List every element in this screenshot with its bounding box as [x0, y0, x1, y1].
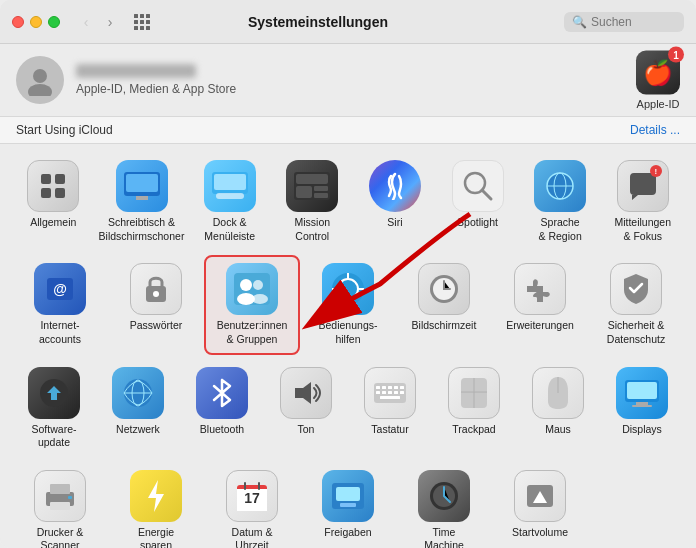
grid-item-allgemein[interactable]: Allgemein	[12, 152, 95, 251]
grid-item-ton[interactable]: Ton	[264, 359, 348, 458]
svg-text:17: 17	[244, 490, 260, 506]
grid-item-maus[interactable]: Maus	[516, 359, 600, 458]
grid-item-bildschirmzeit[interactable]: Bildschirmzeit	[396, 255, 492, 354]
sprache-label: Sprache& Region	[539, 216, 582, 243]
grid-item-datum[interactable]: 17 Datum &Uhrzeit	[204, 462, 300, 548]
grid-item-time[interactable]: TimeMachine	[396, 462, 492, 548]
grid-item-energie[interactable]: Energiesparen	[108, 462, 204, 548]
allgemein-icon	[27, 160, 79, 212]
svg-rect-76	[336, 487, 360, 501]
profile-subtitle: Apple-ID, Medien & App Store	[76, 82, 236, 96]
time-label: TimeMachine	[424, 526, 464, 548]
svg-rect-8	[136, 196, 148, 200]
internet-icon: @	[34, 263, 86, 315]
svg-rect-54	[394, 391, 398, 394]
mitteilungen-icon: !	[617, 160, 669, 212]
grid-item-erweiterungen[interactable]: Erweiterungen	[492, 255, 588, 354]
apple-id-label: Apple-ID	[637, 98, 680, 110]
grid-item-software[interactable]: Software-update	[12, 359, 96, 458]
svg-point-28	[240, 279, 252, 291]
profile-bar[interactable]: Apple-ID, Medien & App Store 🍎 1 Apple-I…	[0, 44, 696, 116]
freigaben-icon	[322, 470, 374, 522]
grid-item-passwoerter[interactable]: Passwörter	[108, 255, 204, 354]
trackpad-label: Trackpad	[452, 423, 495, 437]
netzwerk-label: Netzwerk	[116, 423, 160, 437]
apple-logo: 🍎	[643, 59, 673, 87]
grid-item-siri[interactable]: Siri	[354, 152, 437, 251]
svg-rect-13	[296, 186, 312, 198]
sicherheit-label: Sicherheit &Datenschutz	[607, 319, 665, 346]
svg-rect-10	[214, 174, 246, 190]
benutzer-icon	[226, 263, 278, 315]
grid-item-internet[interactable]: @ Internet-accounts	[12, 255, 108, 354]
datum-icon: 17	[226, 470, 278, 522]
allgemein-label: Allgemein	[30, 216, 76, 230]
fullscreen-button[interactable]	[48, 16, 60, 28]
svg-rect-48	[388, 386, 392, 389]
svg-rect-52	[382, 391, 386, 394]
window-title: Systemeinstellungen	[80, 14, 556, 30]
main-content: Allgemein Schreibtisch &Bildschirmschone…	[0, 144, 696, 548]
svg-rect-56	[380, 396, 400, 399]
apple-id-section[interactable]: 🍎 1 Apple-ID	[636, 51, 680, 110]
grid-item-netzwerk[interactable]: Netzwerk	[96, 359, 180, 458]
svg-rect-46	[376, 386, 380, 389]
grid-item-trackpad[interactable]: Trackpad	[432, 359, 516, 458]
svg-rect-16	[296, 174, 328, 184]
grid-item-sicherheit[interactable]: Sicherheit &Datenschutz	[588, 255, 684, 354]
svg-rect-5	[55, 188, 65, 198]
schreibtisch-icon	[116, 160, 168, 212]
minimize-button[interactable]	[30, 16, 42, 28]
avatar	[16, 56, 64, 104]
bildschirmzeit-label: Bildschirmzeit	[412, 319, 477, 333]
grid-item-tastatur[interactable]: Tastatur	[348, 359, 432, 458]
apple-id-badge-wrap: 🍎 1	[636, 51, 680, 95]
ton-label: Ton	[298, 423, 315, 437]
grid-item-sprache[interactable]: Sprache& Region	[519, 152, 602, 251]
grid-item-mitteilungen[interactable]: ! Mitteilungen& Fokus	[601, 152, 684, 251]
grid-item-displays[interactable]: Displays	[600, 359, 684, 458]
svg-rect-67	[50, 502, 70, 510]
grid-item-drucker[interactable]: Drucker &Scanner	[12, 462, 108, 548]
icloud-details-button[interactable]: Details ...	[630, 123, 680, 137]
spotlight-icon	[452, 160, 504, 212]
grid-item-freigaben[interactable]: Freigaben	[300, 462, 396, 548]
svg-rect-4	[41, 188, 51, 198]
traffic-lights	[12, 16, 60, 28]
svg-point-26	[153, 291, 159, 297]
close-button[interactable]	[12, 16, 24, 28]
grid-row-3: Software-update Netzwerk Bluetooth Ton T…	[12, 359, 684, 458]
drucker-icon	[34, 470, 86, 522]
siri-icon	[369, 160, 421, 212]
netzwerk-icon	[112, 367, 164, 419]
siri-label: Siri	[387, 216, 402, 230]
passwoerter-label: Passwörter	[130, 319, 183, 333]
grid-item-bedienungs[interactable]: Bedienungs-hilfen	[300, 255, 396, 354]
grid-item-startvolume[interactable]: Startvolume	[492, 462, 588, 548]
passwoerter-icon	[130, 263, 182, 315]
energie-icon	[130, 470, 182, 522]
svg-rect-3	[55, 174, 65, 184]
icloud-bar: Start Using iCloud Details ...	[0, 116, 696, 144]
time-icon	[418, 470, 470, 522]
svg-marker-44	[295, 382, 311, 404]
datum-label: Datum &Uhrzeit	[232, 526, 273, 548]
grid-item-schreibtisch[interactable]: Schreibtisch &Bildschirmschoner	[95, 152, 189, 251]
search-input[interactable]	[591, 15, 676, 29]
profile-info: Apple-ID, Medien & App Store	[76, 64, 236, 96]
grid-item-dock[interactable]: Dock &Menüleiste	[188, 152, 271, 251]
grid-item-bluetooth[interactable]: Bluetooth	[180, 359, 264, 458]
grid-row-1: Allgemein Schreibtisch &Bildschirmschone…	[12, 152, 684, 251]
svg-rect-68	[68, 496, 72, 499]
erweiterungen-icon	[514, 263, 566, 315]
tastatur-label: Tastatur	[371, 423, 408, 437]
svg-rect-66	[50, 484, 70, 494]
search-box[interactable]: 🔍	[564, 12, 684, 32]
grid-item-benutzer[interactable]: Benutzer:innen& Gruppen	[204, 255, 300, 354]
svg-rect-64	[632, 405, 652, 407]
svg-point-0	[33, 69, 47, 83]
grid-item-mission[interactable]: MissionControl	[271, 152, 354, 251]
grid-item-spotlight[interactable]: Spotlight	[436, 152, 519, 251]
svg-point-30	[253, 280, 263, 290]
svg-point-31	[252, 294, 268, 304]
